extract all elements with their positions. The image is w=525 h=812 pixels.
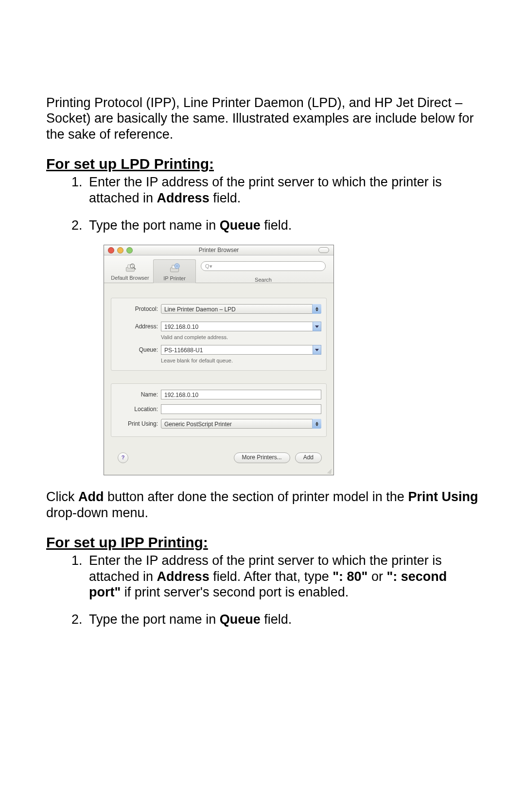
heading-lpd: For set up LPD Printing: xyxy=(46,156,479,172)
toolbar-toggle-icon[interactable] xyxy=(318,247,329,253)
naming-group: Name: 192.168.0.10 Location: Print Using… xyxy=(111,383,327,437)
queue-hint: Leave blank for default queue. xyxy=(116,357,321,364)
address-hint: Valid and complete address. xyxy=(116,333,321,345)
tab-label: IP Printer xyxy=(154,275,195,281)
location-input[interactable] xyxy=(161,404,321,414)
search-label: Search xyxy=(201,277,326,283)
lpd-step-1: Enter the IP address of the print server… xyxy=(86,174,479,206)
ipp-steps: Enter the IP address of the print server… xyxy=(46,553,479,628)
document-page: Printing Protocol (IPP), Line Printer Da… xyxy=(0,0,525,688)
after-window-paragraph: Click Add button after done the section … xyxy=(46,489,479,521)
connection-group: Protocol: Line Printer Daemon – LPD Addr… xyxy=(111,298,327,371)
add-button[interactable]: Add xyxy=(295,452,322,463)
address-input[interactable]: 192.168.0.10 xyxy=(161,322,321,331)
ipp-step-1: Enter the IP address of the print server… xyxy=(86,553,479,600)
search-placeholder: Q▾ xyxy=(205,263,212,269)
help-button[interactable]: ? xyxy=(118,452,128,463)
lpd-steps: Enter the IP address of the print server… xyxy=(46,174,479,233)
printer-globe-icon xyxy=(168,263,181,274)
print-using-label: Print Using: xyxy=(116,420,161,427)
more-printers-button[interactable]: More Printers... xyxy=(234,452,290,463)
tab-ip-printer[interactable]: IP Printer xyxy=(153,259,196,283)
toolbar: Default Browser IP Printer Q▾ Search xyxy=(104,255,333,283)
tab-label: Default Browser xyxy=(107,275,153,281)
titlebar: Printer Browser xyxy=(104,245,333,255)
intro-paragraph: Printing Protocol (IPP), Line Printer Da… xyxy=(46,95,479,142)
window-title: Printer Browser xyxy=(104,247,333,253)
protocol-select[interactable]: Line Printer Daemon – LPD xyxy=(161,304,321,314)
stepper-icon[interactable] xyxy=(312,304,321,314)
address-label: Address: xyxy=(116,323,161,330)
location-label: Location: xyxy=(116,406,161,413)
form-area: Protocol: Line Printer Daemon – LPD Addr… xyxy=(104,283,333,475)
lpd-step-2: Type the port name in Queue field. xyxy=(86,217,479,233)
dropdown-icon[interactable] xyxy=(313,345,321,355)
print-using-select[interactable]: Generic PostScript Printer xyxy=(161,419,321,429)
ipp-step-2: Type the port name in Queue field. xyxy=(86,612,479,627)
tab-default-browser[interactable]: Default Browser xyxy=(107,260,153,283)
name-label: Name: xyxy=(116,391,161,398)
name-input[interactable]: 192.168.0.10 xyxy=(161,390,321,399)
stepper-icon[interactable] xyxy=(312,419,321,429)
printer-search-icon xyxy=(123,262,137,274)
resize-handle-icon[interactable] xyxy=(327,468,332,474)
queue-input[interactable]: PS-116688-U1 xyxy=(161,345,321,355)
protocol-label: Protocol: xyxy=(116,306,161,312)
search-area: Q▾ Search xyxy=(196,258,331,283)
dropdown-icon[interactable] xyxy=(313,322,321,331)
search-input[interactable]: Q▾ xyxy=(201,261,326,271)
printer-browser-window: Printer Browser Default Browser xyxy=(104,245,334,475)
queue-label: Queue: xyxy=(116,346,161,353)
heading-ipp: For set up IPP Printing: xyxy=(46,534,479,551)
bottom-bar: ? More Printers... Add xyxy=(111,450,327,468)
